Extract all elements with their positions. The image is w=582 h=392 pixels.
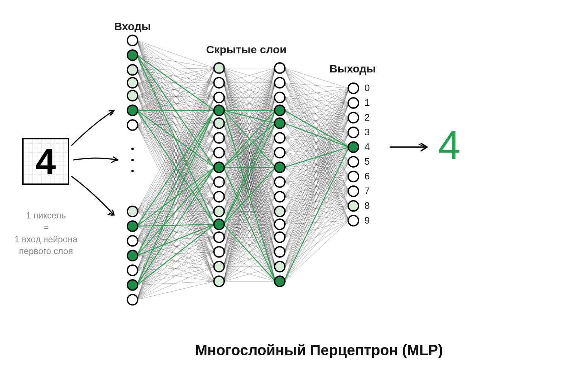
hidden1-node-0	[214, 63, 224, 73]
svg-line-128	[137, 68, 215, 226]
hidden1-node-11	[214, 219, 224, 229]
output-node-5	[348, 157, 359, 167]
input-node-0	[127, 35, 138, 46]
svg-point-671	[131, 148, 134, 150]
input-node-8	[127, 221, 138, 231]
hidden1-node-13	[214, 247, 224, 257]
svg-line-500	[284, 88, 349, 97]
input-node-7	[127, 206, 138, 217]
hidden1-node-8	[214, 177, 224, 187]
hidden1-node-2	[214, 92, 224, 103]
hidden2-node-3	[275, 105, 285, 115]
hidden2-node-1	[275, 78, 285, 88]
hidden2-node-15	[275, 276, 285, 286]
output-node-4	[348, 142, 359, 152]
hidden1-node-12	[214, 232, 224, 242]
network-svg	[0, 0, 582, 392]
hidden2-node-0	[275, 63, 285, 73]
hidden2-node-12	[275, 232, 285, 242]
input-node-12	[127, 280, 138, 290]
output-node-9	[348, 215, 359, 226]
hidden2-node-10	[275, 206, 285, 217]
svg-line-196	[137, 123, 215, 285]
hidden1-node-14	[214, 261, 224, 272]
output-node-1	[348, 98, 359, 108]
input-node-10	[127, 250, 138, 261]
hidden1-node-4	[214, 118, 224, 128]
hidden2-node-9	[275, 192, 285, 202]
svg-line-160	[137, 68, 215, 256]
input-node-1	[127, 50, 138, 60]
hidden2-node-5	[275, 133, 285, 143]
hidden2-node-4	[275, 118, 285, 128]
hidden1-node-5	[214, 133, 224, 143]
output-node-2	[348, 113, 359, 123]
hidden1-node-1	[214, 78, 224, 88]
input-node-13	[127, 295, 138, 305]
hidden1-node-3	[214, 105, 224, 115]
output-node-8	[348, 201, 359, 211]
hidden2-node-13	[275, 247, 285, 257]
hidden2-node-6	[275, 147, 285, 158]
input-node-2	[127, 65, 138, 75]
input-node-6	[127, 120, 138, 130]
hidden1-node-7	[214, 162, 224, 172]
hidden2-node-2	[275, 92, 285, 103]
hidden1-node-10	[214, 206, 224, 217]
input-node-5	[127, 105, 138, 115]
hidden1-node-9	[214, 192, 224, 202]
output-node-6	[348, 171, 359, 182]
input-node-3	[127, 78, 138, 88]
hidden2-node-11	[275, 219, 285, 229]
output-node-0	[348, 83, 359, 93]
svg-point-673	[131, 170, 134, 172]
hidden1-node-6	[214, 147, 224, 158]
output-node-7	[348, 186, 359, 196]
svg-line-480	[284, 68, 349, 88]
hidden1-node-15	[214, 276, 224, 286]
svg-line-520	[284, 88, 349, 123]
svg-point-672	[131, 159, 134, 161]
svg-line-670	[284, 147, 349, 281]
hidden2-node-14	[275, 261, 285, 272]
input-node-4	[127, 90, 138, 101]
hidden2-node-7	[275, 162, 285, 172]
output-node-3	[348, 127, 359, 138]
input-node-9	[127, 236, 138, 246]
svg-line-490	[284, 83, 349, 88]
input-node-11	[127, 265, 138, 275]
hidden2-node-8	[275, 177, 285, 187]
